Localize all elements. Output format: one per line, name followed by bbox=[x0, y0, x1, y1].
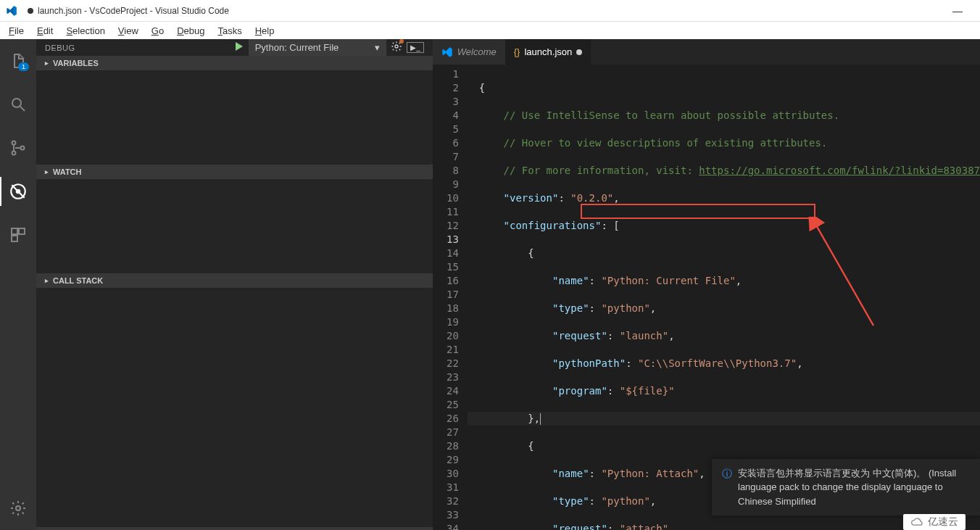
activity-debug[interactable] bbox=[0, 177, 36, 206]
section-callstack-header[interactable]: ▸CALL STACK bbox=[36, 273, 433, 288]
dirty-dot-icon bbox=[28, 8, 33, 14]
menu-file[interactable]: File bbox=[3, 24, 30, 38]
debug-panel: DEBUG Python: Current File ▾ ▶_ ▸VARIABL… bbox=[36, 39, 433, 530]
chevron-down-icon: ▾ bbox=[375, 42, 380, 53]
section-callstack-body bbox=[36, 288, 433, 527]
toast-message: 安装语言包并将显示语言更改为 中文(简体)。 (Install language… bbox=[738, 466, 970, 509]
svg-line-1 bbox=[20, 107, 25, 111]
menu-view[interactable]: View bbox=[112, 24, 144, 38]
menu-go[interactable]: Go bbox=[146, 24, 170, 38]
debug-config-dropdown[interactable]: Python: Current File ▾ bbox=[249, 39, 387, 56]
debug-header: DEBUG Python: Current File ▾ ▶_ bbox=[36, 39, 433, 56]
gear-icon bbox=[9, 500, 27, 517]
title-bar: launch.json - VsCodeProject - Visual Stu… bbox=[0, 0, 980, 22]
section-watch-header[interactable]: ▸WATCH bbox=[36, 165, 433, 179]
dirty-indicator-icon bbox=[576, 49, 582, 55]
chevron-down-icon: ▸ bbox=[45, 59, 49, 67]
tab-bar: Welcome {} launch.json bbox=[433, 39, 980, 65]
debug-settings-button[interactable] bbox=[391, 41, 402, 54]
start-debug-button[interactable] bbox=[233, 41, 244, 54]
tab-label: Welcome bbox=[457, 46, 497, 57]
debug-label: DEBUG bbox=[45, 44, 75, 52]
debug-console-button[interactable]: ▶_ bbox=[407, 42, 424, 53]
debug-config-selected: Python: Current File bbox=[255, 42, 339, 53]
activity-bar: 1 bbox=[0, 39, 36, 530]
vscode-icon bbox=[6, 5, 17, 17]
tab-welcome[interactable]: Welcome bbox=[433, 39, 505, 65]
editor-area: Welcome {} launch.json 12345678910111213… bbox=[433, 39, 980, 530]
main-area: 1 DEBUG Python: Current File bbox=[0, 39, 980, 530]
play-icon bbox=[233, 41, 244, 52]
section-variables-body bbox=[36, 70, 433, 165]
svg-point-6 bbox=[16, 189, 21, 194]
menu-bar: File Edit Selection View Go Debug Tasks … bbox=[0, 22, 980, 39]
svg-point-4 bbox=[21, 146, 25, 150]
tab-label: launch.json bbox=[524, 46, 572, 57]
debug-icon bbox=[9, 182, 28, 201]
notification-toast[interactable]: ⓘ 安装语言包并将显示语言更改为 中文(简体)。 (Install langua… bbox=[712, 459, 980, 516]
cursor bbox=[540, 413, 541, 425]
cloud-icon bbox=[910, 517, 925, 527]
menu-help[interactable]: Help bbox=[249, 24, 281, 38]
extensions-icon bbox=[9, 226, 27, 244]
vscode-icon bbox=[441, 46, 453, 58]
info-icon: ⓘ bbox=[722, 466, 732, 481]
svg-rect-8 bbox=[19, 228, 25, 234]
window-title: launch.json - VsCodeProject - Visual Stu… bbox=[38, 6, 941, 16]
menu-selection[interactable]: Selection bbox=[60, 24, 110, 38]
svg-point-2 bbox=[12, 141, 16, 145]
activity-scm[interactable] bbox=[0, 133, 36, 162]
minimize-button[interactable]: — bbox=[941, 5, 974, 17]
menu-edit[interactable]: Edit bbox=[31, 24, 59, 38]
watermark-logo: 亿速云 bbox=[903, 514, 966, 530]
menu-tasks[interactable]: Tasks bbox=[212, 24, 247, 38]
annotation-highlight-box bbox=[581, 204, 815, 219]
svg-point-10 bbox=[16, 506, 20, 510]
svg-point-3 bbox=[12, 152, 16, 155]
json-icon: {} bbox=[514, 46, 520, 57]
explorer-badge: 1 bbox=[18, 62, 29, 71]
svg-rect-7 bbox=[12, 228, 17, 234]
chevron-down-icon: ▸ bbox=[45, 277, 49, 284]
section-variables-header[interactable]: ▸VARIABLES bbox=[36, 56, 433, 70]
source-control-icon bbox=[9, 139, 27, 157]
line-number-gutter: 1234567891011121314151617181920212223242… bbox=[433, 65, 468, 530]
search-icon bbox=[9, 96, 27, 113]
svg-point-0 bbox=[12, 99, 21, 107]
chevron-down-icon: ▸ bbox=[45, 168, 49, 175]
tab-launch-json[interactable]: {} launch.json bbox=[505, 39, 591, 65]
activity-explorer[interactable]: 1 bbox=[0, 46, 36, 75]
svg-rect-9 bbox=[12, 236, 17, 241]
menu-debug[interactable]: Debug bbox=[171, 24, 210, 38]
activity-settings[interactable] bbox=[0, 494, 36, 523]
settings-modified-dot bbox=[399, 39, 404, 44]
section-breakpoints-header[interactable]: ▸BREAKPOINTS bbox=[36, 527, 433, 530]
activity-search[interactable] bbox=[0, 90, 36, 119]
section-watch-body bbox=[36, 179, 433, 273]
activity-extensions[interactable] bbox=[0, 220, 36, 249]
svg-point-11 bbox=[395, 45, 398, 48]
